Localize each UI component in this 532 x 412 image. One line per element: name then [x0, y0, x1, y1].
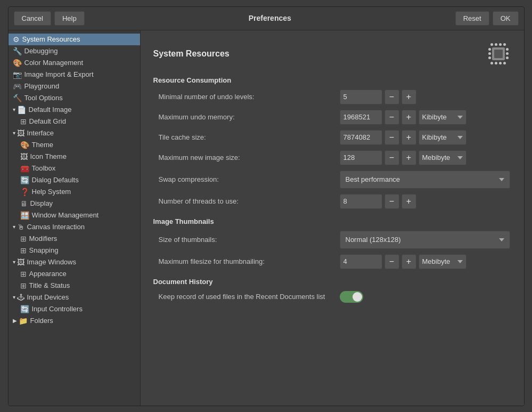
color-icon: 🎨	[13, 59, 22, 67]
max-image-size-plus[interactable]: +	[402, 150, 416, 165]
sidebar-item-playground[interactable]: 🎮 Playground	[9, 80, 140, 92]
thumbnail-maxsize-unit[interactable]: Kibibyte Mebibyte Gibibyte	[419, 254, 466, 269]
keep-record-toggle-wrapper	[340, 291, 363, 303]
resource-consumption-heading: Resource Consumption	[153, 76, 511, 84]
system-resources-icon	[486, 41, 511, 67]
panel-title: System Resources	[153, 49, 230, 59]
undo-memory-label: Maximum undo memory:	[159, 113, 340, 121]
sidebar-item-image-import-export[interactable]: 📷 Image Import & Export	[9, 69, 140, 80]
form-row-undo-memory: Maximum undo memory: − + Kibibyte Mebiby…	[153, 110, 511, 125]
sidebar-label-theme: Theme	[32, 141, 53, 149]
sidebar-label-modifiers: Modifiers	[29, 235, 58, 243]
sidebar-item-dialog-defaults[interactable]: 🔄 Dialog Defaults	[9, 174, 140, 186]
sidebar-item-modifiers[interactable]: ⊞ Modifiers	[9, 233, 140, 245]
sidebar-label-folders: Folders	[30, 317, 53, 325]
sidebar-item-window-management[interactable]: 🪟 Window Management	[9, 209, 140, 221]
thumbnail-maxsize-input[interactable]	[340, 254, 382, 269]
sidebar-item-input-controllers[interactable]: 🔄 Input Controllers	[9, 303, 140, 315]
panel-header: System Resources	[153, 41, 511, 67]
max-image-size-input[interactable]	[340, 150, 382, 165]
folders-icon: 📁	[19, 317, 28, 325]
swap-compression-select[interactable]: Best performance Fast Normal High	[340, 171, 510, 189]
help-button[interactable]: Help	[54, 11, 85, 26]
sidebar-label-canvas-interaction: Canvas Interaction	[27, 223, 85, 231]
sidebar-item-snapping[interactable]: ⊞ Snapping	[9, 245, 140, 256]
input-devices-icon: 🕹	[17, 293, 24, 302]
undo-levels-label: Minimal number of undo levels:	[159, 93, 340, 101]
sidebar-item-color-management[interactable]: 🎨 Color Management	[9, 57, 140, 69]
undo-memory-controls: − + Kibibyte Mebibyte Gibibyte	[340, 110, 466, 125]
sidebar-item-default-image[interactable]: ▾ 📄 Default Image	[9, 104, 140, 116]
undo-memory-plus[interactable]: +	[402, 110, 416, 125]
sidebar-label-tool-options: Tool Options	[24, 94, 63, 102]
form-row-max-image-size: Maximum new image size: − + Kibibyte Meb…	[153, 150, 511, 165]
reset-button[interactable]: Reset	[455, 11, 489, 26]
sidebar-label-window-management: Window Management	[32, 211, 99, 219]
cancel-button[interactable]: Cancel	[14, 11, 51, 26]
sidebar-item-icon-theme[interactable]: 🖼 Icon Theme	[9, 151, 140, 163]
form-row-swap-compression: Swap compression: Best performance Fast …	[153, 171, 511, 189]
main-panel: System Resources	[141, 30, 524, 406]
sidebar-label-debugging: Debugging	[24, 47, 58, 55]
input-ctrl-icon: 🔄	[20, 305, 29, 313]
sidebar-item-title-status[interactable]: ⊞ Title & Status	[9, 280, 140, 292]
sidebar-item-toolbox[interactable]: 🧰 Toolbox	[9, 163, 140, 174]
tile-cache-unit[interactable]: Kibibyte Mebibyte Gibibyte	[419, 130, 466, 145]
form-row-tile-cache: Tile cache size: − + Kibibyte Mebibyte G…	[153, 130, 511, 145]
sidebar-item-default-grid[interactable]: ⊞ Default Grid	[9, 116, 140, 127]
tile-cache-controls: − + Kibibyte Mebibyte Gibibyte	[340, 130, 466, 145]
form-row-threads: Number of threads to use: − +	[153, 194, 511, 209]
undo-memory-unit[interactable]: Kibibyte Mebibyte Gibibyte	[419, 110, 466, 125]
sidebar-item-help-system[interactable]: ❓ Help System	[9, 186, 140, 198]
image-thumbnails-heading: Image Thumbnails	[153, 217, 511, 225]
max-image-size-controls: − + Kibibyte Mebibyte Gibibyte	[340, 150, 466, 165]
sidebar-item-system-resources[interactable]: ⚙ System Resources	[9, 34, 140, 45]
tool-options-icon: 🔨	[13, 94, 22, 102]
undo-levels-minus[interactable]: −	[384, 90, 399, 104]
sidebar-item-canvas-interaction[interactable]: ▾ 🖱 Canvas Interaction	[9, 221, 140, 233]
sidebar-item-input-devices[interactable]: ▾ 🕹 Input Devices	[9, 292, 140, 303]
sidebar-item-theme[interactable]: 🎨 Theme	[9, 139, 140, 151]
sidebar-label-dialog-defaults: Dialog Defaults	[32, 176, 79, 184]
title-status-icon: ⊞	[20, 281, 27, 290]
sidebar-label-toolbox: Toolbox	[32, 164, 56, 172]
threads-minus[interactable]: −	[384, 194, 399, 209]
sidebar-item-display[interactable]: 🖥 Display	[9, 198, 140, 209]
swap-compression-controls: Best performance Fast Normal High	[340, 171, 510, 189]
threads-plus[interactable]: +	[402, 194, 416, 209]
sidebar-item-folders[interactable]: ▶ 📁 Folders	[9, 315, 140, 327]
thumbnail-size-select[interactable]: Normal (128x128) Large (256x256) Small (…	[340, 231, 510, 249]
dialog-icon: 🔄	[20, 176, 29, 184]
max-image-size-unit[interactable]: Kibibyte Mebibyte Gibibyte	[419, 150, 466, 165]
keep-record-toggle[interactable]	[340, 291, 363, 303]
sidebar-label-display: Display	[30, 199, 53, 207]
sidebar-item-tool-options[interactable]: 🔨 Tool Options	[9, 92, 140, 104]
threads-input[interactable]	[340, 194, 382, 209]
undo-memory-input[interactable]	[340, 110, 382, 125]
icon-theme-icon: 🖼	[20, 152, 28, 161]
sidebar-item-interface[interactable]: ▾ 🖼 Interface	[9, 127, 140, 139]
thumbnail-maxsize-label: Maximum filesize for thumbnailing:	[159, 257, 340, 265]
arrow-input-devices: ▾	[13, 294, 15, 300]
sidebar-item-image-windows[interactable]: ▾ 🖼 Image Windows	[9, 256, 140, 268]
ok-button[interactable]: OK	[493, 11, 519, 26]
sidebar-item-debugging[interactable]: 🔧 Debugging	[9, 45, 140, 57]
titlebar: Cancel Help Preferences Reset OK	[9, 7, 524, 30]
tile-cache-plus[interactable]: +	[402, 130, 416, 145]
tile-cache-input[interactable]	[340, 130, 382, 145]
cpu-dots-top	[490, 43, 506, 46]
thumbnail-size-controls: Normal (128x128) Large (256x256) Small (…	[340, 231, 510, 249]
sidebar-item-appearance[interactable]: ⊞ Appearance	[9, 268, 140, 280]
thumbnail-maxsize-minus[interactable]: −	[384, 254, 399, 269]
max-image-size-label: Maximum new image size:	[159, 154, 340, 161]
tile-cache-minus[interactable]: −	[384, 130, 399, 145]
max-image-size-minus[interactable]: −	[384, 150, 399, 165]
titlebar-left-buttons: Cancel Help	[14, 11, 85, 26]
thumbnail-maxsize-plus[interactable]: +	[402, 254, 416, 269]
undo-memory-minus[interactable]: −	[384, 110, 399, 125]
sidebar-label-default-image: Default Image	[29, 106, 72, 114]
undo-levels-input[interactable]	[340, 90, 382, 104]
undo-levels-plus[interactable]: +	[402, 90, 416, 104]
theme-icon: 🎨	[20, 141, 29, 149]
form-row-thumbnail-maxsize: Maximum filesize for thumbnailing: − + K…	[153, 254, 511, 269]
